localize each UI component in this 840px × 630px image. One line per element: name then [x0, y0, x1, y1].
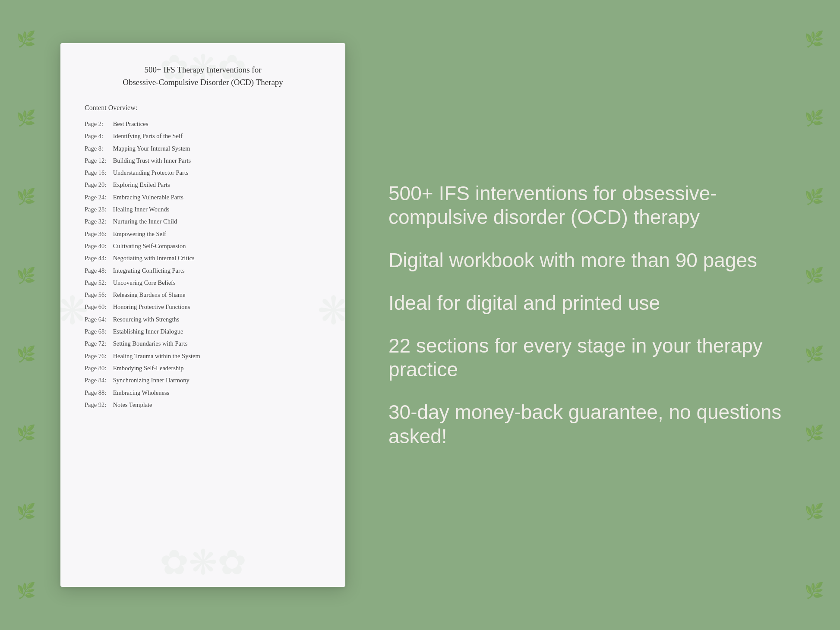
toc-item: Page 44: Negotiating with Internal Criti… [85, 254, 321, 262]
toc-title: Embracing Wholeness [111, 389, 169, 396]
page-number: Page 80: [85, 364, 111, 372]
toc-item: Page 28: Healing Inner Wounds [85, 205, 321, 214]
toc-title: Setting Boundaries with Parts [111, 340, 187, 347]
page-number: Page 44: [85, 254, 111, 262]
page-number: Page 64: [85, 315, 111, 324]
toc-item: Page 36: Empowering the Self [85, 230, 321, 238]
page-number: Page 56: [85, 290, 111, 299]
toc-item: Page 52: Uncovering Core Beliefs [85, 278, 321, 287]
document-title: 500+ IFS Therapy Interventions for Obses… [85, 64, 321, 88]
toc-item: Page 80: Embodying Self-Leadership [85, 364, 321, 372]
toc-item: Page 60: Honoring Protective Functions [85, 302, 321, 311]
toc-item: Page 12: Building Trust with Inner Parts [85, 156, 321, 165]
page-number: Page 52: [85, 278, 111, 287]
toc-item: Page 32: Nurturing the Inner Child [85, 217, 321, 226]
page-number: Page 8: [85, 144, 111, 153]
page-number: Page 36: [85, 230, 111, 238]
toc-title: Synchronizing Inner Harmony [111, 377, 189, 384]
toc-title: Empowering the Self [111, 230, 166, 237]
toc-title: Identifying Parts of the Self [111, 132, 183, 139]
toc-item: Page 8: Mapping Your Internal System [85, 144, 321, 153]
toc-title: Negotiating with Internal Critics [111, 255, 195, 261]
toc-title: Exploring Exiled Parts [111, 181, 170, 188]
toc-title: Understanding Protector Parts [111, 169, 188, 176]
toc-item: Page 68: Establishing Inner Dialogue [85, 327, 321, 336]
page-number: Page 84: [85, 376, 111, 384]
toc-title: Honoring Protective Functions [111, 303, 190, 310]
page-number: Page 16: [85, 168, 111, 177]
toc-title: Mapping Your Internal System [111, 145, 190, 152]
content-overview-label: Content Overview: [85, 104, 321, 112]
toc-item: Page 20: Exploring Exiled Parts [85, 180, 321, 189]
toc-item: Page 2: Best Practices [85, 120, 321, 128]
toc-item: Page 16: Understanding Protector Parts [85, 168, 321, 177]
toc-item: Page 92: Notes Template [85, 400, 321, 409]
document-panel: ✿❋✿ ❋ ❋ ✿❋✿ 500+ IFS Therapy Interventio… [60, 43, 345, 587]
toc-item: Page 72: Setting Boundaries with Parts [85, 339, 321, 348]
toc-title: Embodying Self-Leadership [111, 365, 184, 372]
toc-item: Page 88: Embracing Wholeness [85, 388, 321, 397]
page-number: Page 4: [85, 132, 111, 140]
page-number: Page 92: [85, 400, 111, 409]
page-number: Page 72: [85, 339, 111, 348]
toc-title: Healing Inner Wounds [111, 206, 169, 213]
watermark-right: ❋ [317, 288, 345, 333]
page-number: Page 76: [85, 352, 111, 360]
toc-title: Establishing Inner Dialogue [111, 328, 183, 335]
page-number: Page 48: [85, 266, 111, 275]
toc-item: Page 48: Integrating Conflicting Parts [85, 266, 321, 275]
feature-text: 500+ IFS interventions for obsessive-com… [388, 182, 805, 229]
page-number: Page 12: [85, 156, 111, 165]
page-number: Page 60: [85, 302, 111, 311]
toc-item: Page 24: Embracing Vulnerable Parts [85, 193, 321, 202]
page-number: Page 20: [85, 180, 111, 189]
toc-title: Best Practices [111, 120, 148, 127]
toc-title: Resourcing with Strengths [111, 316, 179, 323]
toc-item: Page 76: Healing Trauma within the Syste… [85, 352, 321, 360]
toc-item: Page 64: Resourcing with Strengths [85, 315, 321, 324]
toc-title: Building Trust with Inner Parts [111, 157, 191, 164]
page-number: Page 24: [85, 193, 111, 202]
main-content: ✿❋✿ ❋ ❋ ✿❋✿ 500+ IFS Therapy Interventio… [0, 0, 840, 630]
toc-item: Page 84: Synchronizing Inner Harmony [85, 376, 321, 384]
toc-title: Nurturing the Inner Child [111, 218, 177, 225]
feature-text: 30-day money-back guarantee, no question… [388, 400, 805, 448]
toc-title: Cultivating Self-Compassion [111, 243, 186, 249]
feature-text: Ideal for digital and printed use [388, 291, 805, 315]
page-number: Page 28: [85, 205, 111, 214]
page-number: Page 88: [85, 388, 111, 397]
toc-title: Embracing Vulnerable Parts [111, 194, 183, 201]
toc-title: Releasing Burdens of Shame [111, 291, 186, 298]
toc-title: Integrating Conflicting Parts [111, 267, 185, 274]
page-number: Page 68: [85, 327, 111, 336]
toc-title: Uncovering Core Beliefs [111, 279, 176, 286]
toc-item: Page 4: Identifying Parts of the Self [85, 132, 321, 140]
toc-title: Healing Trauma within the System [111, 353, 200, 359]
feature-text: Digital workbook with more than 90 pages [388, 249, 805, 272]
feature-text: 22 sections for every stage in your ther… [388, 334, 805, 381]
page-number: Page 2: [85, 120, 111, 128]
watermark-bottom: ✿❋✿ [160, 542, 246, 583]
toc-title: Notes Template [111, 401, 152, 408]
table-of-contents: Page 2: Best PracticesPage 4: Identifyin… [85, 120, 321, 409]
page-number: Page 32: [85, 217, 111, 226]
page-number: Page 40: [85, 242, 111, 250]
toc-item: Page 56: Releasing Burdens of Shame [85, 290, 321, 299]
toc-item: Page 40: Cultivating Self-Compassion [85, 242, 321, 250]
features-panel: 500+ IFS interventions for obsessive-com… [380, 182, 805, 448]
